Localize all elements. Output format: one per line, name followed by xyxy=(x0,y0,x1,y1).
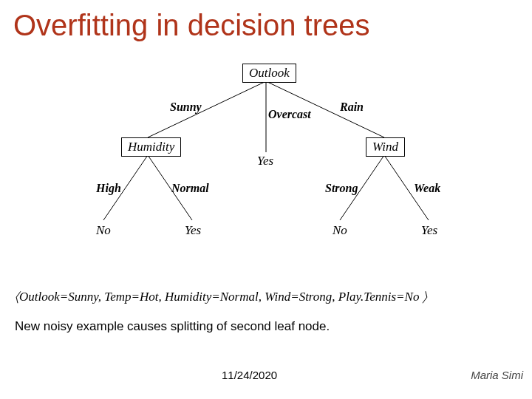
edge-weak: Weak xyxy=(414,182,440,195)
edge-normal: Normal xyxy=(171,182,209,195)
decision-tree: Outlook Sunny Overcast Rain Humidity Yes… xyxy=(74,64,458,256)
leaf-strong-no: No xyxy=(332,223,347,238)
edge-strong: Strong xyxy=(325,182,358,195)
page-title: Overfitting in decision trees xyxy=(13,9,369,42)
leaf-weak-yes: Yes xyxy=(421,223,437,238)
leaf-normal-yes: Yes xyxy=(185,223,201,238)
node-outlook: Outlook xyxy=(242,64,296,83)
node-wind: Wind xyxy=(366,137,405,157)
leaf-high-no: No xyxy=(96,223,111,238)
leaf-overcast-yes: Yes xyxy=(257,154,273,168)
edge-sunny: Sunny xyxy=(170,100,202,114)
svg-line-0 xyxy=(148,81,266,137)
noisy-example: 〈Outlook=Sunny, Temp=Hot, Humidity=Norma… xyxy=(15,290,427,304)
slide-author: Maria Simi xyxy=(471,369,523,381)
edge-rain: Rain xyxy=(340,100,364,114)
edge-high: High xyxy=(96,182,121,195)
node-humidity: Humidity xyxy=(121,137,181,157)
caption: New noisy example causes splitting of se… xyxy=(15,319,330,334)
slide-date: 11/24/2020 xyxy=(222,369,277,381)
edge-overcast: Overcast xyxy=(268,108,311,121)
